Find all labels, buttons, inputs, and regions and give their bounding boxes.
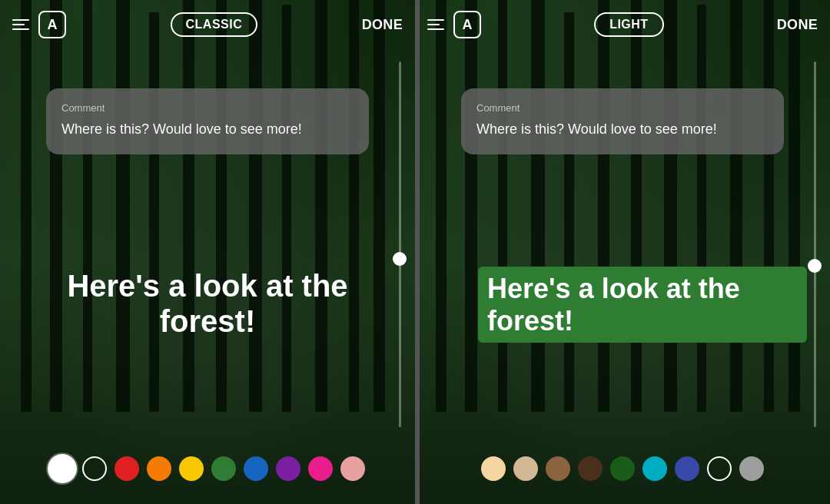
comment-card-right: Comment Where is this? Would love to see…: [461, 88, 784, 154]
swatch-purple[interactable]: [276, 456, 300, 481]
swatch-indigo[interactable]: [675, 456, 699, 481]
panel-divider: [415, 0, 420, 504]
style-badge-right[interactable]: LIGHT: [594, 12, 664, 37]
comment-text-right: Where is this? Would love to see more!: [476, 120, 769, 139]
main-text-left: Here's a look at the forest!: [15, 268, 400, 339]
right-top-left: A: [427, 11, 481, 38]
swatch-white[interactable]: [50, 456, 75, 481]
done-button-left[interactable]: DONE: [362, 17, 403, 33]
hamburger-icon-left[interactable]: [12, 19, 29, 30]
swatch-brown[interactable]: [546, 456, 570, 481]
slider-thumb-left[interactable]: [393, 252, 407, 266]
trees-left: [0, 0, 415, 504]
hamburger-icon-right[interactable]: [427, 19, 444, 30]
right-panel: A LIGHT DONE Comment Where is this? Woul…: [415, 0, 830, 504]
swatch-pink[interactable]: [308, 456, 333, 481]
slider-left[interactable]: [399, 61, 401, 427]
swatch-orange[interactable]: [147, 456, 171, 481]
slider-thumb-right[interactable]: [808, 259, 822, 273]
right-top-bar: A LIGHT DONE: [415, 0, 830, 49]
swatch-white-outline-right[interactable]: [707, 456, 732, 481]
swatch-blue[interactable]: [244, 456, 268, 481]
comment-text-left: Where is this? Would love to see more!: [61, 120, 354, 139]
left-top-bar: A CLASSIC DONE: [0, 0, 415, 49]
swatch-tan[interactable]: [513, 456, 538, 481]
swatch-forest-green[interactable]: [610, 456, 635, 481]
swatch-black-outline[interactable]: [82, 456, 107, 481]
comment-label-right: Comment: [476, 102, 769, 114]
swatch-light-peach[interactable]: [481, 456, 506, 481]
style-badge-left[interactable]: CLASSIC: [171, 12, 258, 37]
swatch-green[interactable]: [211, 456, 236, 481]
swatch-peach[interactable]: [340, 456, 365, 481]
font-button-right[interactable]: A: [453, 11, 481, 38]
swatch-yellow[interactable]: [179, 456, 204, 481]
slider-right[interactable]: [814, 61, 816, 427]
left-panel: A CLASSIC DONE Comment Where is this? Wo…: [0, 0, 415, 504]
swatches-right: [415, 456, 830, 481]
left-top-left: A: [12, 11, 66, 38]
swatch-gray[interactable]: [739, 456, 764, 481]
comment-card-left: Comment Where is this? Would love to see…: [46, 88, 369, 154]
comment-label-left: Comment: [61, 102, 354, 114]
swatch-dark-brown[interactable]: [578, 456, 603, 481]
font-button-left[interactable]: A: [38, 11, 66, 38]
done-button-right[interactable]: DONE: [777, 17, 818, 33]
swatch-teal[interactable]: [642, 456, 667, 481]
swatches-left: [0, 456, 415, 481]
trees-right: [415, 0, 830, 504]
swatch-red[interactable]: [115, 456, 139, 481]
main-text-right: Here's a look at the forest!: [478, 267, 807, 343]
